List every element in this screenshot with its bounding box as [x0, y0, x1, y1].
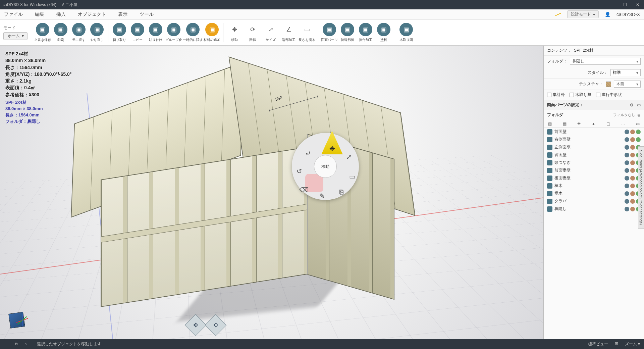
tree-row[interactable]: 鼻隠し	[544, 205, 644, 213]
folder-tool-0[interactable]: ▧	[547, 121, 553, 126]
texture-select[interactable]: 木目	[614, 81, 641, 88]
parts-icon-2[interactable]: ▭	[637, 103, 641, 107]
pie-slice-3[interactable]: ✎	[312, 186, 332, 206]
special-button[interactable]: ▣特殊形状	[338, 23, 357, 42]
status-left-2[interactable]: ⌂	[24, 342, 27, 346]
parts-icon-1[interactable]: ⚙	[630, 103, 634, 107]
tree-row[interactable]: 背面壁	[544, 151, 644, 159]
size-button[interactable]: ⤢サイズ	[262, 23, 280, 42]
folder-tool-2[interactable]: ✚	[576, 121, 582, 126]
cut-button[interactable]: ▣切り取り	[110, 23, 128, 42]
tree-action-icon[interactable]	[630, 145, 635, 150]
print-button[interactable]: ▣印刷	[52, 23, 70, 42]
tree-action-icon[interactable]	[625, 153, 629, 157]
pie-center[interactable]: 移動	[314, 155, 337, 178]
tree-action-icon[interactable]	[625, 207, 629, 211]
pie-slice-4[interactable]: ⌫	[294, 180, 314, 200]
tree-action-icon[interactable]	[625, 176, 629, 181]
drawing-parts-button[interactable]: ▣図面パーツ	[320, 23, 338, 42]
tree-action-icon[interactable]	[625, 145, 629, 150]
tree-action-icon[interactable]	[630, 191, 635, 196]
tree-action-icon[interactable]	[630, 130, 635, 134]
tree-action-icon[interactable]	[625, 168, 629, 173]
tree-action-icon[interactable]	[630, 184, 635, 188]
check-2[interactable]: 進行中形状	[596, 92, 622, 98]
menu-item-0[interactable]: ファイル	[4, 11, 23, 17]
tree-action-icon[interactable]	[630, 176, 635, 181]
folder-tool-1[interactable]: ▦	[562, 121, 568, 126]
floor-prev-button[interactable]: ✥	[184, 314, 206, 336]
viewport-3d[interactable]: 350 SPF 2x4材 88.0mm × 38.0mm長さ：1564.0mm角…	[0, 46, 543, 339]
folder-tool-6[interactable]: ▭	[635, 121, 641, 126]
window-min-button[interactable]: —	[608, 2, 616, 7]
paste-button[interactable]: ▣貼り付け	[147, 23, 165, 42]
tree-action-icon[interactable]	[630, 168, 635, 173]
folder-select[interactable]: 鼻隠し	[570, 58, 641, 65]
side-panel-tab[interactable]: Side Panel (Advanced object / folder set…	[638, 146, 644, 229]
check-0[interactable]: 集計外	[547, 92, 565, 98]
tree-action-icon[interactable]	[630, 207, 635, 211]
pie-slice-0[interactable]: ⤢	[339, 147, 359, 167]
tree-row[interactable]: 左側面壁	[544, 143, 644, 151]
check-1[interactable]: 木取り無	[570, 92, 591, 98]
tree-action-icon[interactable]	[625, 199, 629, 204]
home-dropdown[interactable]: ホーム▾	[3, 32, 28, 40]
tree-row[interactable]: 前面妻壁	[544, 166, 644, 174]
tree-row[interactable]: 後面妻壁	[544, 174, 644, 182]
floor-next-button[interactable]: ✥	[205, 314, 226, 336]
group-button[interactable]: ▣グループ化	[165, 23, 183, 42]
save-button[interactable]: ▣上書き保存	[34, 23, 52, 42]
menu-item-2[interactable]: 挿入	[56, 11, 66, 17]
copy-button[interactable]: ▣コピー	[128, 23, 147, 42]
tree-row[interactable]: 棟木	[544, 182, 644, 190]
menu-item-4[interactable]: 表示	[118, 11, 127, 17]
pie-menu[interactable]: ✥ ⤢ ▭ ⎘ ✎ ⌫ ↺ ⤾ 移動	[292, 133, 359, 200]
tree-action-icon[interactable]	[630, 137, 635, 142]
tree-action-icon[interactable]	[625, 184, 629, 188]
bom-button[interactable]: ▣木取り図	[397, 23, 415, 42]
edge-button[interactable]: ∠端部加工	[280, 23, 298, 42]
tree-action-icon[interactable]	[636, 137, 641, 142]
mode-selector[interactable]: 設計モード▾	[567, 10, 599, 18]
tree-row[interactable]: 垂木	[544, 190, 644, 197]
status-right-1[interactable]: ⊞	[615, 341, 618, 347]
status-left-0[interactable]: —	[4, 342, 8, 346]
pie-slice-2[interactable]: ⎘	[331, 182, 352, 202]
tree-action-icon[interactable]	[630, 160, 635, 165]
status-left-1[interactable]: ⧉	[15, 342, 18, 346]
length-button[interactable]: ▭長さを測る	[298, 23, 316, 42]
tree-action-icon[interactable]	[625, 137, 629, 142]
tree-action-icon[interactable]	[630, 153, 635, 157]
style-select[interactable]: 標準	[610, 69, 641, 76]
rotate-button[interactable]: ⟳回転	[244, 23, 262, 42]
tree-row[interactable]: 頭つなぎ	[544, 159, 644, 166]
menu-item-1[interactable]: 編集	[35, 11, 44, 17]
tree-row[interactable]: 前面壁	[544, 128, 644, 136]
folder-settings-icon[interactable]: ⊚	[637, 113, 641, 117]
menu-item-3[interactable]: オブジェクト	[78, 11, 106, 17]
window-max-button[interactable]: ☐	[621, 2, 629, 7]
tree-action-icon[interactable]	[630, 199, 635, 204]
tree-action-icon[interactable]	[636, 130, 641, 134]
tree-action-icon[interactable]	[625, 160, 629, 165]
status-right-0[interactable]: 標準ビュー	[588, 341, 608, 347]
joiner-button[interactable]: ▣接合加工	[357, 23, 375, 42]
menu-item-5[interactable]: ツール	[140, 11, 154, 17]
revert-button[interactable]: ▣一時的に隠す	[183, 23, 203, 42]
undo-button[interactable]: ▣元に戻す	[70, 23, 88, 42]
tree-action-icon[interactable]	[625, 130, 629, 134]
status-right-2[interactable]: ズーム ▾	[625, 341, 640, 347]
tree-row[interactable]: タラバ	[544, 197, 644, 205]
add-material-button[interactable]: ▣材料の追加	[203, 23, 221, 42]
pie-slice-6[interactable]: ⤾	[298, 143, 318, 163]
folder-tool-3[interactable]: ▲	[591, 121, 597, 126]
window-close-button[interactable]: ✕	[634, 2, 641, 7]
move-button[interactable]: ✥移動	[225, 23, 244, 42]
redo-button[interactable]: ▣やり直し	[88, 23, 106, 42]
tree-row[interactable]: 右側面壁	[544, 136, 644, 143]
tree-action-icon[interactable]	[625, 191, 629, 196]
folder-tool-4[interactable]: ▢	[605, 121, 611, 126]
paint-button[interactable]: ▣塗料	[375, 23, 393, 42]
axis-widget[interactable]	[6, 309, 30, 333]
pie-slice-5[interactable]: ↺	[289, 161, 309, 181]
